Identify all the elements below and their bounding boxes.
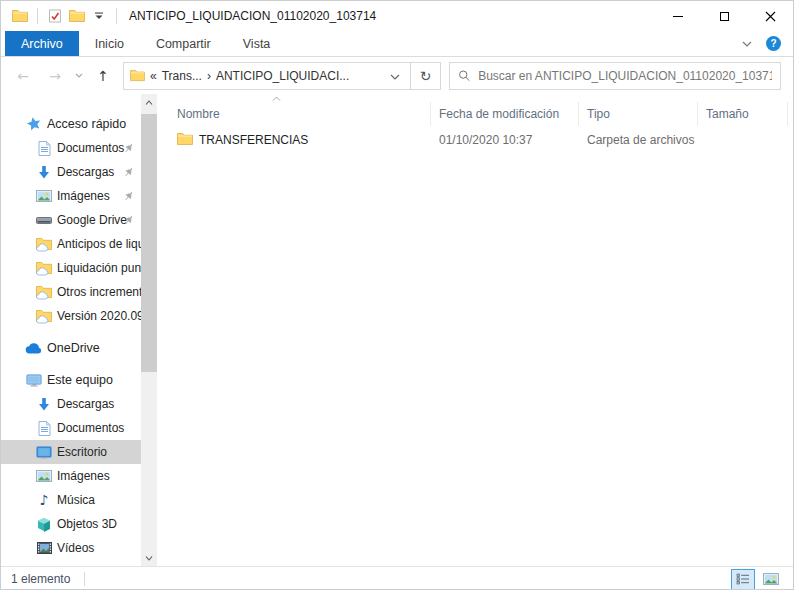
- content-area: Acceso rápidoDocumentosDescargasImágenes…: [1, 94, 793, 566]
- explorer-window: ANTICIPO_LIQUIDACION_01102020_103714 Arc…: [0, 0, 794, 590]
- recent-locations-icon[interactable]: [75, 73, 83, 78]
- music-icon: ♪: [35, 492, 53, 508]
- up-button[interactable]: ↑: [91, 68, 115, 84]
- maximize-button[interactable]: [701, 1, 747, 31]
- file-type: Carpeta de archivos: [579, 133, 698, 147]
- cloud-folder-icon: [35, 284, 53, 300]
- sidebar-scrollbar[interactable]: [141, 94, 157, 566]
- search-box[interactable]: [449, 62, 781, 90]
- tab-vista[interactable]: Vista: [227, 31, 287, 56]
- sort-ascending-icon[interactable]: [272, 96, 281, 101]
- sidebar-item-este-equipo[interactable]: Este equipo: [1, 368, 141, 392]
- window-controls: [655, 1, 793, 31]
- sidebar-item-label: Imágenes: [57, 189, 110, 203]
- cube-icon: [35, 516, 53, 532]
- sidebar-item-label: Música: [57, 493, 95, 507]
- sidebar-item-label: Acceso rápido: [47, 117, 126, 131]
- sidebar-item-descargas[interactable]: Descargas: [1, 160, 141, 184]
- ribbon-tabs: Archivo Inicio Compartir Vista ?: [1, 31, 793, 57]
- back-button[interactable]: ←: [11, 68, 35, 84]
- sidebar-item-imágenes[interactable]: Imágenes: [1, 464, 141, 488]
- help-button[interactable]: ?: [766, 36, 781, 51]
- sidebar-item-label: Vídeos: [57, 541, 94, 555]
- column-headers: Nombre Fecha de modificación Tipo Tamaño: [157, 102, 793, 126]
- sidebar-item-label: Anticipos de liqu: [57, 237, 141, 251]
- desktop-icon: [35, 444, 53, 460]
- address-bar[interactable]: « Trans... › ANTICIPO_LIQUIDACI... ↻: [123, 62, 441, 90]
- sidebar-item-descargas[interactable]: Descargas: [1, 392, 141, 416]
- title-bar: ANTICIPO_LIQUIDACION_01102020_103714: [1, 1, 793, 31]
- breadcrumb-parent[interactable]: Trans...: [162, 69, 202, 83]
- scroll-up-icon[interactable]: [141, 94, 157, 110]
- scrollbar-thumb[interactable]: [141, 114, 157, 372]
- maximize-icon: [720, 12, 729, 21]
- breadcrumb-separator: ›: [207, 69, 211, 83]
- status-bar: 1 elemento: [1, 566, 793, 590]
- sidebar-item-liquidación-pun[interactable]: Liquidación pun: [1, 256, 141, 280]
- sidebar-item-documentos[interactable]: Documentos: [1, 136, 141, 160]
- window-title: ANTICIPO_LIQUIDACION_01102020_103714: [129, 9, 376, 23]
- tab-compartir[interactable]: Compartir: [140, 31, 227, 56]
- search-icon: [458, 69, 470, 82]
- sidebar-item-escritorio[interactable]: Escritorio: [1, 440, 141, 464]
- sidebar-item-label: Descargas: [57, 397, 114, 411]
- drive-icon: [35, 212, 53, 228]
- column-header-fecha[interactable]: Fecha de modificación: [431, 102, 579, 126]
- sidebar-item-otros-increment[interactable]: Otros increment: [1, 280, 141, 304]
- sidebar-item-label: Este equipo: [47, 373, 113, 387]
- column-header-nombre[interactable]: Nombre: [157, 102, 431, 126]
- details-view-icon: [736, 573, 750, 585]
- pin-icon: [123, 215, 134, 229]
- tab-archivo[interactable]: Archivo: [5, 31, 79, 56]
- thumbnail-view-button[interactable]: [759, 569, 783, 590]
- sidebar-item-vídeos[interactable]: Vídeos: [1, 536, 141, 560]
- picture-icon: [35, 188, 53, 204]
- divider: [37, 8, 38, 24]
- new-folder-icon[interactable]: [66, 5, 88, 27]
- sidebar-item-onedrive[interactable]: OneDrive: [1, 336, 141, 360]
- navigation-pane: Acceso rápidoDocumentosDescargasImágenes…: [1, 94, 141, 566]
- address-dropdown-icon[interactable]: [390, 74, 400, 80]
- sidebar-item-documentos[interactable]: Documentos: [1, 416, 141, 440]
- picture-icon: [35, 468, 53, 484]
- column-header-tamano[interactable]: Tamaño: [698, 102, 788, 126]
- pin-icon: [123, 191, 134, 205]
- folder-icon: [177, 132, 193, 149]
- sidebar-item-label: Imágenes: [57, 469, 110, 483]
- sidebar-item-imágenes[interactable]: Imágenes: [1, 184, 141, 208]
- close-icon: [765, 11, 776, 22]
- scroll-down-icon[interactable]: [141, 550, 157, 566]
- file-row-transferencias[interactable]: TRANSFERENCIAS01/10/2020 10:37Carpeta de…: [157, 126, 793, 154]
- search-input[interactable]: [478, 69, 772, 83]
- sidebar-item-música[interactable]: ♪Música: [1, 488, 141, 512]
- sidebar-item-google-drive[interactable]: Google Drive: [1, 208, 141, 232]
- breadcrumb-overflow[interactable]: «: [150, 69, 157, 83]
- sidebar-item-objetos-3d[interactable]: Objetos 3D: [1, 512, 141, 536]
- tab-inicio[interactable]: Inicio: [79, 31, 140, 56]
- sidebar-item-label: Documentos: [57, 141, 124, 155]
- sidebar-item-versión-2020.09.1[interactable]: Versión 2020.09.1: [1, 304, 141, 328]
- download-icon: [35, 164, 53, 180]
- close-button[interactable]: [747, 1, 793, 31]
- forward-button[interactable]: →: [43, 68, 67, 84]
- minimize-button[interactable]: [655, 1, 701, 31]
- expand-ribbon-icon[interactable]: [742, 41, 752, 47]
- refresh-button[interactable]: ↻: [410, 63, 440, 89]
- customize-quick-access-icon[interactable]: [88, 5, 110, 27]
- file-list: Nombre Fecha de modificación Tipo Tamaño…: [157, 94, 793, 566]
- details-view-button[interactable]: [731, 569, 755, 590]
- document-icon: [35, 140, 53, 156]
- checkmark-icon[interactable]: [44, 5, 66, 27]
- thumbnail-view-icon: [763, 573, 779, 585]
- file-name: TRANSFERENCIAS: [199, 133, 308, 147]
- breadcrumb-current[interactable]: ANTICIPO_LIQUIDACI...: [216, 69, 349, 83]
- sidebar-item-acceso-rápido[interactable]: Acceso rápido: [1, 112, 141, 136]
- sidebar-item-label: Escritorio: [57, 445, 107, 459]
- sidebar-item-label: Descargas: [57, 165, 114, 179]
- sidebar-item-label: Liquidación pun: [57, 261, 141, 275]
- sidebar-item-anticipos-de-liqu[interactable]: Anticipos de liqu: [1, 232, 141, 256]
- navigation-toolbar: ← → ↑ « Trans... › ANTICIPO_LIQUIDACI...…: [1, 57, 793, 94]
- film-icon: [35, 540, 53, 556]
- column-header-tipo[interactable]: Tipo: [579, 102, 698, 126]
- star-icon: [25, 116, 43, 132]
